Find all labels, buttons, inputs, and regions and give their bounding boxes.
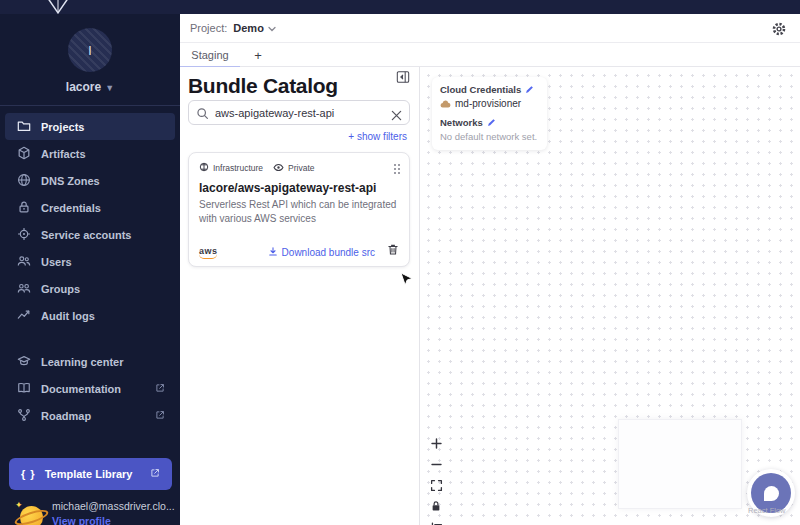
sidebar-divider xyxy=(0,105,180,106)
zoom-in-button[interactable] xyxy=(428,435,444,451)
collapse-panel-icon[interactable] xyxy=(396,70,410,84)
credential-name: md-provisioner xyxy=(455,98,521,109)
avatar[interactable]: l xyxy=(68,28,112,72)
visibility-badge: Private xyxy=(273,163,314,174)
bundle-description: Serverless Rest API which can be integra… xyxy=(199,198,399,225)
sidebar-item-label: Roadmap xyxy=(41,410,91,422)
sidebar-item-label: Groups xyxy=(41,283,80,295)
folder-icon xyxy=(17,119,31,135)
planet-avatar-icon: ✦ xyxy=(18,504,45,525)
flow-minimap[interactable] xyxy=(618,419,742,509)
flow-controls xyxy=(428,435,444,525)
sidebar-item-dns-zones[interactable]: DNS Zones xyxy=(5,167,175,194)
show-filters-link[interactable]: + show filters xyxy=(348,131,407,142)
external-link-icon xyxy=(155,410,165,422)
add-environment-button[interactable]: + xyxy=(246,43,270,67)
user-menu[interactable]: lacore▼ xyxy=(0,80,180,94)
sidebar-item-credentials[interactable]: Credentials xyxy=(5,194,175,221)
sidebar-item-projects[interactable]: Projects xyxy=(5,113,175,140)
sidebar-secondary-nav: Learning center Documentation Roadmap xyxy=(0,348,180,429)
lock-interactivity-button[interactable] xyxy=(428,498,444,514)
eye-icon xyxy=(273,163,284,174)
bundle-card-footer: aws Download bundle src xyxy=(189,240,409,266)
trend-line-icon xyxy=(17,308,31,324)
sidebar-item-roadmap[interactable]: Roadmap xyxy=(5,402,175,429)
bundle-card[interactable]: Infrastructure Private lacore/aws-apigat… xyxy=(188,152,410,267)
top-strip xyxy=(0,0,800,14)
username-label: lacore xyxy=(66,80,101,94)
project-header: Project: Demo xyxy=(180,14,800,43)
trash-icon[interactable] xyxy=(387,242,399,260)
sidebar-item-artifacts[interactable]: Artifacts xyxy=(5,140,175,167)
sidebar-item-label: Documentation xyxy=(41,383,121,395)
auto-layout-button[interactable] xyxy=(428,519,444,525)
tab-staging[interactable]: Staging xyxy=(180,43,240,67)
search-input[interactable] xyxy=(215,102,385,123)
chevron-down-icon xyxy=(268,22,276,34)
user-email: michael@massdriver.clo... xyxy=(52,500,175,512)
gear-icon[interactable] xyxy=(771,21,787,37)
environment-tabs: Staging + xyxy=(180,43,800,67)
project-name: Demo xyxy=(233,22,264,34)
sidebar-item-label: Learning center xyxy=(41,356,124,368)
bundle-name: lacore/aws-apigateway-rest-api xyxy=(199,181,376,195)
sidebar-item-label: Projects xyxy=(41,121,84,133)
sidebar-item-label: Credentials xyxy=(41,202,101,214)
sidebar-item-service-accounts[interactable]: Service accounts xyxy=(5,221,175,248)
credential-value: md-provisioner xyxy=(440,98,539,109)
networks-label: Networks xyxy=(440,117,483,128)
globe-icon xyxy=(17,173,31,189)
edit-credentials-pencil-icon[interactable] xyxy=(525,85,534,94)
environment-defaults-card: Cloud Credentials md-provisioner Network… xyxy=(432,77,547,150)
sidebar-item-learning-center[interactable]: Learning center xyxy=(5,348,175,375)
template-library-label: Template Library xyxy=(45,468,133,480)
project-selector[interactable]: Demo xyxy=(233,22,276,34)
sidebar-item-label: DNS Zones xyxy=(41,175,100,187)
app-window: l lacore▼ Projects Artifacts DNS Zones C… xyxy=(0,0,800,525)
type-badge-label: Infrastructure xyxy=(213,163,263,173)
drag-handle-icon[interactable] xyxy=(393,161,401,179)
massdriver-logo-icon xyxy=(45,0,71,14)
infrastructure-icon xyxy=(199,162,209,174)
sidebar-item-label: Service accounts xyxy=(41,229,132,241)
zoom-out-button[interactable] xyxy=(428,456,444,472)
branch-icon xyxy=(17,408,31,424)
cloud-icon xyxy=(440,100,451,108)
download-icon xyxy=(268,246,278,259)
sidebar-item-documentation[interactable]: Documentation xyxy=(5,375,175,402)
graduation-cap-icon xyxy=(17,354,31,370)
external-link-icon xyxy=(155,383,165,395)
search-icon xyxy=(196,106,209,124)
tab-label: Staging xyxy=(191,49,228,61)
sidebar-item-audit-logs[interactable]: Audit logs xyxy=(5,302,175,329)
edit-networks-pencil-icon[interactable] xyxy=(487,118,496,127)
clear-search-icon[interactable] xyxy=(391,107,402,125)
flow-canvas[interactable]: Cloud Credentials md-provisioner Network… xyxy=(420,67,800,525)
aws-logo: aws xyxy=(199,247,221,259)
sidebar-item-groups[interactable]: Groups xyxy=(5,275,175,302)
visibility-badge-label: Private xyxy=(288,163,314,173)
download-bundle-link[interactable]: Download bundle src xyxy=(268,246,375,259)
users-icon xyxy=(17,254,31,270)
networks-empty-text: No default network set. xyxy=(440,131,539,142)
sidebar-item-label: Artifacts xyxy=(41,148,86,160)
template-library-button[interactable]: { } Template Library xyxy=(9,458,172,490)
groups-icon xyxy=(17,281,31,297)
sidebar-nav: Projects Artifacts DNS Zones Credentials… xyxy=(0,113,180,329)
crosshair-icon xyxy=(17,227,31,243)
lock-icon xyxy=(17,200,31,216)
external-link-icon xyxy=(150,468,160,480)
catalog-title: Bundle Catalog xyxy=(188,74,338,98)
profile-section: ✦ michael@massdriver.clo... View profile xyxy=(0,496,180,525)
fit-view-button[interactable] xyxy=(428,477,444,493)
book-icon xyxy=(17,381,31,397)
bundle-catalog-panel: Bundle Catalog + show filters Infrastruc… xyxy=(180,67,420,525)
download-label: Download bundle src xyxy=(282,247,375,258)
react-flow-attribution: React Flow xyxy=(748,506,786,515)
sidebar-item-users[interactable]: Users xyxy=(5,248,175,275)
view-profile-link[interactable]: View profile xyxy=(52,515,111,525)
sidebar-item-label: Audit logs xyxy=(41,310,95,322)
avatar-letter: l xyxy=(89,43,92,58)
cloud-credentials-label: Cloud Credentials xyxy=(440,84,521,95)
bundle-search xyxy=(188,100,410,125)
